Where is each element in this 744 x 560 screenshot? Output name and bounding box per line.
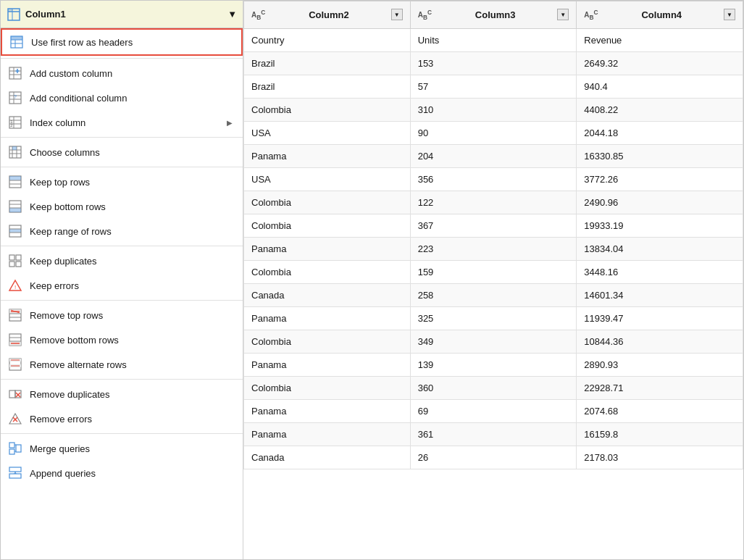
svg-rect-73 (9, 443, 14, 448)
svg-rect-31 (12, 146, 17, 150)
menu-item-keep-errors[interactable]: ! Keep errors (1, 273, 243, 298)
table-cell-r17-c2: 16159.8 (577, 423, 743, 446)
table-row: Colombia36719933.19 (244, 214, 743, 238)
remove-bottom-rows-label: Remove bottom rows (30, 335, 233, 346)
table-cell-r16-c0: Panama (244, 400, 411, 423)
table-row: Panama1392890.93 (244, 354, 743, 377)
table-cell-r13-c0: Colombia (244, 330, 411, 354)
col2-header-text: Column2 (271, 9, 386, 20)
table-cell-r9-c2: 13834.04 (577, 238, 743, 261)
table-row: Panama20416330.85 (244, 145, 743, 168)
svg-rect-46 (9, 262, 14, 267)
table-row: USA3563772.26 (244, 168, 743, 191)
table-cell-r0-c0: Country (244, 29, 411, 52)
table-row: Canada262178.03 (244, 446, 743, 469)
col2-header: ABC Column2 ▼ (244, 1, 411, 29)
menu-item-use-first-row[interactable]: Use first row as headers (1, 28, 243, 56)
menu-item-index-column[interactable]: 1 2 Index column ▶ (1, 110, 243, 135)
index-column-label: Index column (30, 117, 220, 128)
menu-item-keep-bottom-rows[interactable]: Keep bottom rows (1, 194, 243, 219)
table-cell-r4-c0: USA (244, 122, 411, 145)
table-cell-r2-c0: Brazil (244, 75, 411, 99)
use-first-row-label: Use first row as headers (31, 37, 231, 48)
col2-type-icon: ABC (251, 9, 265, 21)
table-row: Colombia36022928.71 (244, 377, 743, 400)
table-cell-r10-c0: Colombia (244, 261, 411, 284)
menu-item-remove-duplicates[interactable]: Remove duplicates (1, 382, 243, 406)
table-cell-r15-c0: Colombia (244, 377, 411, 400)
col3-dropdown[interactable]: ▼ (557, 9, 569, 20)
menu-item-add-custom-column[interactable]: Add custom column (1, 61, 243, 85)
svg-rect-3 (8, 9, 12, 12)
table-cell-r5-c1: 204 (410, 145, 577, 168)
merge-queries-label: Merge queries (30, 443, 233, 454)
add-custom-column-icon (8, 66, 22, 80)
table-cell-r11-c2: 14601.34 (577, 284, 743, 307)
col3-type-icon: ABC (418, 9, 432, 21)
remove-alternate-rows-label: Remove alternate rows (30, 359, 233, 370)
table-cell-r3-c2: 4408.22 (577, 99, 743, 122)
menu-item-keep-duplicates[interactable]: Keep duplicates (1, 248, 243, 273)
divider-4 (1, 246, 243, 246)
table-cell-r2-c1: 57 (410, 75, 577, 99)
menu-item-merge-queries[interactable]: Merge queries (1, 436, 243, 461)
keep-top-rows-label: Keep top rows (30, 177, 233, 188)
table-cell-r13-c2: 10844.36 (577, 330, 743, 354)
data-table: ABC Column2 ▼ ABC Column3 ▼ (243, 1, 743, 469)
svg-rect-41 (9, 229, 21, 233)
keep-bottom-rows-icon (8, 199, 22, 214)
keep-errors-icon: ! (8, 278, 22, 293)
divider-5 (1, 300, 243, 301)
remove-duplicates-icon (8, 387, 22, 401)
table-cell-r3-c1: 310 (410, 99, 577, 122)
menu-item-choose-columns[interactable]: Choose columns (1, 140, 243, 164)
use-first-row-icon (9, 35, 24, 49)
table-cell-r15-c2: 22928.71 (577, 377, 743, 400)
table-cell-r5-c2: 16330.85 (577, 145, 743, 168)
menu-item-append-queries[interactable]: Append queries (1, 461, 243, 485)
table-cell-r4-c2: 2044.18 (577, 122, 743, 145)
table-row: Canada25814601.34 (244, 284, 743, 307)
table-cell-r12-c2: 11939.47 (577, 307, 743, 330)
menu-item-keep-top-rows[interactable]: Keep top rows (1, 170, 243, 194)
table-row: Panama692074.68 (244, 400, 743, 423)
svg-text:?: ? (14, 94, 17, 99)
menu-item-remove-errors[interactable]: Remove errors (1, 406, 243, 431)
keep-duplicates-icon (8, 254, 22, 268)
col2-dropdown[interactable]: ▼ (391, 9, 403, 20)
menu-item-remove-top-rows[interactable]: Remove top rows (1, 303, 243, 327)
keep-duplicates-label: Keep duplicates (30, 256, 233, 267)
menu-item-remove-alternate-rows[interactable]: Remove alternate rows (1, 352, 243, 377)
table-cell-r8-c0: Colombia (244, 214, 411, 238)
table-cell-r6-c2: 3772.26 (577, 168, 743, 191)
table-cell-r16-c1: 69 (410, 400, 577, 423)
menu-item-add-conditional-column[interactable]: ? Add conditional column (1, 85, 243, 110)
table-cell-r14-c0: Panama (244, 354, 411, 377)
table-cell-r7-c0: Colombia (244, 191, 411, 214)
table-row: USA902044.18 (244, 122, 743, 145)
col4-dropdown[interactable]: ▼ (724, 9, 735, 20)
table-cell-r1-c2: 2649.32 (577, 52, 743, 75)
menu-header-dropdown[interactable]: ▼ (227, 9, 237, 20)
divider-1 (1, 58, 243, 59)
menu-item-keep-range-of-rows[interactable]: Keep range of rows (1, 219, 243, 243)
col3-header-text: Column3 (438, 9, 553, 20)
col4-header: ABC Column4 ▼ (577, 1, 743, 29)
table-cell-r9-c0: Panama (244, 238, 411, 261)
table-cell-r2-c2: 940.4 (577, 75, 743, 99)
keep-top-rows-icon (8, 175, 22, 189)
menu-panel: Column1 ▼ Use first row as headers (1, 1, 243, 559)
remove-bottom-rows-icon (8, 333, 22, 347)
table-cell-r3-c0: Colombia (244, 99, 411, 122)
divider-7 (1, 433, 243, 434)
svg-rect-9 (9, 67, 21, 79)
remove-alternate-rows-icon (8, 357, 22, 372)
table-cell-r9-c1: 223 (410, 238, 577, 261)
table-cell-r12-c0: Panama (244, 307, 411, 330)
table-cell-r0-c1: Units (410, 29, 577, 52)
menu-item-remove-bottom-rows[interactable]: Remove bottom rows (1, 327, 243, 352)
table-cell-r1-c1: 153 (410, 52, 577, 75)
keep-bottom-rows-label: Keep bottom rows (30, 201, 233, 212)
svg-rect-5 (11, 36, 22, 40)
table-cell-r12-c1: 325 (410, 307, 577, 330)
